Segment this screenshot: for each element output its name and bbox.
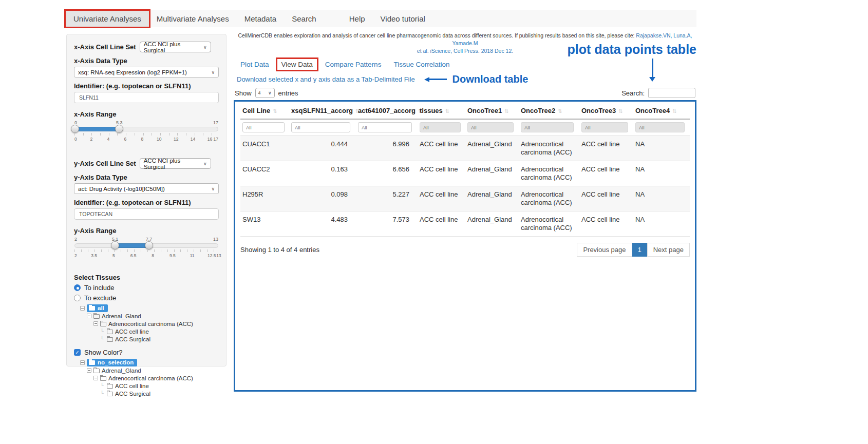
filter-cell-line[interactable] [242, 122, 285, 132]
tick-label: 5 [112, 253, 115, 258]
tree-node-adrenocortical-carcinoma[interactable]: Adrenocortical carcinoma (ACC) [93, 374, 219, 382]
tick-label: 8 [141, 137, 143, 142]
column-header-cell-line[interactable]: Cell Line⇅ [240, 102, 289, 119]
column-header-act[interactable]: act641007_accorg⇅ [356, 102, 418, 119]
download-table-annotation: Download table [452, 73, 529, 85]
view-tabs: Plot Data View Data Compare Patterns Tis… [240, 61, 696, 68]
oncotree4-cell: NA [633, 186, 690, 211]
column-header-oncotree1[interactable]: OncoTree1⇅ [465, 102, 519, 119]
x-axis-data-type-value: xsq: RNA-seq Expression (log2 FPKM+1) [78, 69, 187, 75]
filter-oncotree4[interactable] [635, 122, 685, 132]
column-header-xsq[interactable]: xsqSLFN11_accorg⇅ [289, 102, 356, 119]
x-axis-range-slider: 0 5.3 17 0 2 4 6 8 10 12 14 16 17 [74, 120, 218, 144]
folder-icon [89, 360, 95, 365]
y-axis-cell-line-set-select[interactable]: ACC NCI plus Surgical ∨ [140, 158, 211, 169]
collapse-icon[interactable] [93, 321, 98, 326]
collapse-icon[interactable] [80, 360, 85, 365]
filter-tissues[interactable] [420, 122, 461, 132]
tab-tissue-correlation[interactable]: Tissue Correlation [393, 61, 449, 68]
tab-view-data[interactable]: View Data [276, 57, 318, 71]
tick-label: 4 [107, 137, 110, 142]
chevron-down-icon: ∨ [203, 45, 207, 50]
radio-unselected-icon [74, 295, 81, 301]
radio-to-exclude[interactable]: To exclude [74, 294, 219, 302]
folder-icon [107, 337, 113, 342]
xsq-value-cell: 0.163 [289, 161, 356, 186]
page-size-select[interactable]: 4 ∨ [255, 88, 275, 98]
radio-to-include[interactable]: To include [74, 284, 219, 292]
previous-page-button[interactable]: Previous page [577, 243, 632, 257]
collapse-icon[interactable] [93, 376, 98, 380]
sort-icon: ⇅ [273, 108, 277, 114]
nav-item-metadata[interactable]: Metadata [237, 11, 285, 27]
filter-oncotree1[interactable] [467, 122, 514, 132]
collapse-icon[interactable] [87, 368, 91, 373]
nav-item-search[interactable]: Search [284, 11, 324, 27]
column-header-tissues[interactable]: tissues⇅ [418, 102, 465, 119]
radio-to-exclude-label: To exclude [84, 294, 116, 302]
tab-compare-patterns[interactable]: Compare Patterns [325, 61, 382, 68]
next-page-button[interactable]: Next page [647, 243, 690, 257]
y-axis-cell-line-set-label: y-Axis Cell Line Set [74, 160, 136, 167]
column-header-oncotree4[interactable]: OncoTree4⇅ [633, 102, 690, 119]
tick-label: 8 [152, 253, 154, 258]
page-number-button[interactable]: 1 [632, 243, 647, 257]
tree-node-acc-surgical[interactable]: └ ACC Surgical [100, 335, 219, 343]
show-color-checkbox-row[interactable]: ✓ Show Color? [74, 349, 219, 356]
tick-label: 11 [190, 253, 195, 258]
oncotree1-cell: Adrenal_Gland [465, 161, 519, 186]
annotation-arrow-left-icon [422, 77, 447, 82]
y-axis-data-type-select[interactable]: act: Drug Activity (-log10[IC50M]) ∨ [74, 183, 219, 194]
y-axis-range-slider: 2 5.1 7.7 13 2 3.5 5 6.5 8 9.5 11 12.5 1… [74, 237, 218, 260]
show-color-label: Show Color? [84, 349, 122, 356]
folder-icon [93, 369, 100, 373]
column-header-oncotree3[interactable]: OncoTree3⇅ [579, 102, 633, 119]
filter-xsq[interactable] [291, 122, 350, 132]
tree-node-acc-surgical[interactable]: └ ACC Surgical [100, 390, 219, 397]
x-range-from-handle[interactable] [71, 125, 79, 133]
tab-plot-data[interactable]: Plot Data [240, 61, 269, 68]
tick-label: 10 [157, 137, 161, 142]
tree-node-label: Adrenal_Gland [102, 313, 141, 319]
tick-label: 16 [207, 137, 212, 142]
filter-act[interactable] [358, 122, 412, 132]
tissues-cell: ACC cell line [418, 186, 465, 211]
oncotree4-cell: NA [633, 136, 690, 161]
act-value-cell: 5.227 [356, 186, 418, 211]
nav-item-univariate-analyses[interactable]: Univariate Analyses [66, 11, 149, 27]
tree-node-label: Adrenocortical carcinoma (ACC) [108, 375, 193, 381]
oncotree1-cell: Adrenal_Gland [465, 211, 519, 237]
filter-oncotree2[interactable] [521, 122, 574, 132]
folder-icon [100, 322, 106, 326]
collapse-icon[interactable] [80, 306, 85, 311]
column-header-oncotree2[interactable]: OncoTree2⇅ [519, 102, 579, 119]
x-identifier-input[interactable] [74, 92, 219, 103]
tree-node-adrenal-gland[interactable]: Adrenal_Gland [87, 312, 219, 320]
download-tab-delimited-link[interactable]: Download selected x and y axis data as a… [237, 75, 415, 83]
oncotree2-cell: Adrenocortical carcinoma (ACC) [519, 211, 579, 237]
y-identifier-input[interactable] [74, 208, 219, 220]
oncotree1-cell: Adrenal_Gland [465, 136, 519, 161]
nav-item-video-tutorial[interactable]: Video tutorial [373, 11, 433, 27]
tree-node-acc-cell-line[interactable]: └ ACC cell line [100, 382, 219, 390]
tree-node-acc-cell-line[interactable]: └ ACC cell line [100, 327, 219, 335]
tick-label: 2 [74, 253, 77, 258]
x-axis-data-type-select[interactable]: xsq: RNA-seq Expression (log2 FPKM+1) ∨ [74, 67, 219, 78]
tree-node-label: all [98, 305, 104, 311]
tree-node-no-selection[interactable]: no_selection [80, 359, 219, 366]
y-range-to-handle[interactable] [145, 241, 153, 249]
tissues-cell: ACC cell line [418, 211, 465, 237]
tree-node-adrenocortical-carcinoma[interactable]: Adrenocortical carcinoma (ACC) [93, 320, 219, 327]
search-label: Search: [621, 89, 645, 97]
table-search-input[interactable] [648, 88, 695, 98]
tree-elbow-icon: └ [100, 391, 105, 396]
nav-item-help[interactable]: Help [342, 11, 373, 27]
x-range-to-handle[interactable] [115, 125, 123, 133]
y-range-from-handle[interactable] [111, 241, 119, 249]
tree-node-adrenal-gland[interactable]: Adrenal_Gland [87, 366, 219, 374]
collapse-icon[interactable] [87, 314, 91, 318]
filter-oncotree3[interactable] [581, 122, 628, 132]
tree-node-all[interactable]: all [80, 304, 219, 312]
x-axis-cell-line-set-select[interactable]: ACC NCI plus Surgical ∨ [140, 42, 211, 52]
nav-item-multivariate-analyses[interactable]: Multivariate Analyses [149, 11, 237, 27]
